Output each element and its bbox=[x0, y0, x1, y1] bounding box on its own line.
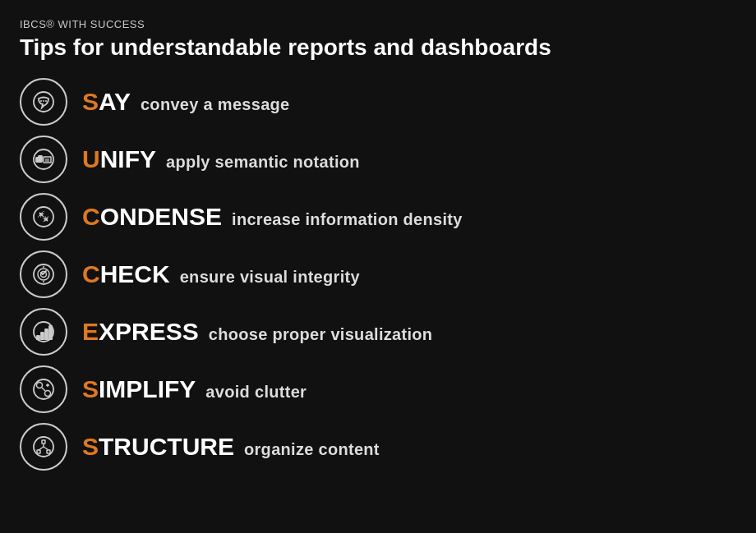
unify-description: apply semantic notation bbox=[166, 153, 360, 172]
structure-keyword: STRUCTURE bbox=[82, 434, 234, 459]
list-item: STRUCTURE organize content bbox=[20, 420, 736, 474]
svg-rect-24 bbox=[41, 333, 44, 339]
page-title: Tips for understandable reports and dash… bbox=[20, 34, 736, 62]
svg-rect-25 bbox=[45, 329, 48, 339]
svg-rect-6 bbox=[39, 156, 42, 159]
check-text: CHECK ensure visual integrity bbox=[82, 262, 360, 287]
list-item: SIMPLIFY avoid clutter bbox=[20, 362, 736, 416]
say-text: SAY convey a message bbox=[82, 90, 290, 114]
simplify-first-letter: S bbox=[82, 375, 99, 402]
svg-point-30 bbox=[45, 390, 51, 396]
structure-icon bbox=[20, 423, 67, 471]
check-description: ensure visual integrity bbox=[180, 268, 360, 287]
say-first-letter: S bbox=[82, 88, 99, 115]
list-item: SAY convey a message bbox=[20, 75, 736, 129]
structure-text: STRUCTURE organize content bbox=[82, 434, 380, 459]
say-keyword: SAY bbox=[82, 90, 131, 114]
simplify-keyword: SIMPLIFY bbox=[82, 377, 196, 402]
structure-first-letter: S bbox=[82, 433, 99, 460]
svg-line-40 bbox=[44, 447, 48, 450]
simplify-icon bbox=[20, 365, 67, 413]
condense-first-letter: C bbox=[82, 203, 100, 230]
list-item: CHECK ensure visual integrity bbox=[20, 247, 736, 301]
unify-icon bbox=[20, 136, 67, 183]
main-container: IBCS® WITH SUCCESS Tips for understandab… bbox=[0, 0, 756, 489]
condense-keyword: CONDENSE bbox=[82, 204, 222, 229]
svg-line-39 bbox=[39, 447, 44, 450]
simplify-text: SIMPLIFY avoid clutter bbox=[82, 377, 307, 402]
svg-rect-23 bbox=[37, 336, 39, 339]
check-keyword: CHECK bbox=[82, 262, 170, 287]
svg-rect-26 bbox=[49, 326, 52, 339]
structure-description: organize content bbox=[244, 440, 380, 459]
condense-icon bbox=[20, 193, 67, 241]
say-icon bbox=[20, 78, 67, 126]
svg-line-31 bbox=[42, 388, 45, 391]
svg-rect-35 bbox=[42, 440, 45, 443]
unify-keyword: UNIFY bbox=[82, 147, 156, 172]
express-description: choose proper visualization bbox=[209, 325, 433, 344]
check-first-letter: C bbox=[82, 260, 100, 287]
express-icon bbox=[20, 308, 67, 356]
subtitle: IBCS® WITH SUCCESS bbox=[20, 18, 736, 30]
express-first-letter: E bbox=[82, 318, 99, 345]
express-keyword: EXPRESS bbox=[82, 319, 199, 344]
svg-rect-37 bbox=[47, 450, 50, 453]
items-list: SAY convey a message UNIFY bbox=[20, 75, 736, 474]
condense-description: increase information density bbox=[232, 210, 463, 229]
condense-text: CONDENSE increase information density bbox=[82, 204, 463, 229]
list-item: UNIFY apply semantic notation bbox=[20, 132, 736, 186]
unify-text: UNIFY apply semantic notation bbox=[82, 147, 360, 172]
list-item: CONDENSE increase information density bbox=[20, 190, 736, 244]
svg-point-29 bbox=[37, 382, 43, 388]
say-description: convey a message bbox=[141, 95, 290, 114]
unify-first-letter: U bbox=[82, 145, 100, 172]
list-item: EXPRESS choose proper visualization bbox=[20, 305, 736, 359]
express-text: EXPRESS choose proper visualization bbox=[82, 319, 432, 344]
svg-rect-36 bbox=[37, 450, 40, 453]
simplify-description: avoid clutter bbox=[205, 383, 307, 402]
check-icon bbox=[20, 250, 67, 298]
